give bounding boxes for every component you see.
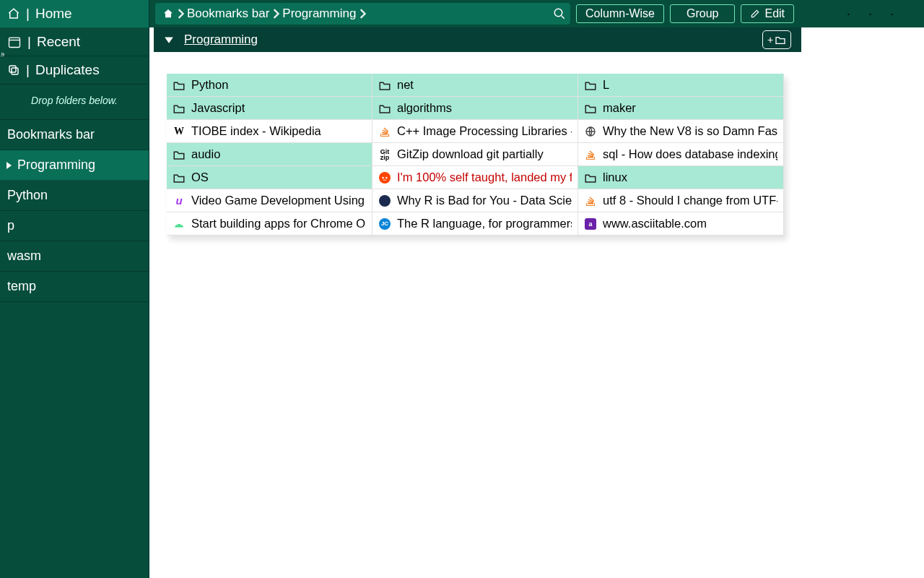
- bookmark-item[interactable]: Why the New V8 is so Damn Fast - No: [578, 120, 784, 143]
- svg-rect-2: [9, 66, 16, 72]
- breadcrumb-item[interactable]: Programming: [282, 7, 356, 21]
- breadcrumb-home-icon[interactable]: [162, 8, 174, 20]
- bookmark-item[interactable]: utf 8 - Should I change from UTF-8 to: [578, 189, 784, 212]
- bookmark-label: Why the New V8 is so Damn Fast - No: [603, 124, 777, 138]
- folder-icon: [173, 102, 186, 115]
- search-icon[interactable]: [553, 7, 566, 20]
- folder-item[interactable]: maker: [578, 97, 784, 120]
- tree-item-wasm[interactable]: wasm: [0, 241, 149, 272]
- folder-label: OS: [191, 171, 209, 184]
- section-title[interactable]: Programming: [184, 33, 258, 47]
- topbar: Bookmarks bar Programming Column-Wise Gr…: [149, 0, 924, 27]
- android-icon: [173, 217, 186, 230]
- folder-item[interactable]: audio: [167, 143, 372, 166]
- bookmark-item[interactable]: GitzipGitZip download git partially: [372, 143, 578, 166]
- bookmark-label: Start building apps for Chrome OS | A: [191, 217, 366, 230]
- copy-icon: [7, 64, 20, 77]
- sidebar-drop-hint: Drop folders below.: [0, 85, 149, 120]
- chevron-right-icon: [359, 9, 366, 19]
- group-button[interactable]: Group: [670, 4, 735, 23]
- jc-icon: JC: [378, 217, 391, 230]
- folder-label: net: [397, 78, 414, 92]
- svg-rect-1: [12, 68, 18, 74]
- bookmark-label: sql - How does database indexing work: [603, 147, 777, 161]
- sidebar-home[interactable]: | Home: [0, 0, 149, 28]
- sidebar-home-label: Home: [35, 6, 72, 22]
- home-icon: [7, 7, 20, 20]
- folder-icon: [584, 102, 597, 115]
- folder-icon: [378, 79, 391, 92]
- bookmark-item[interactable]: sql - How does database indexing work: [578, 143, 784, 166]
- folder-label: linux: [603, 171, 627, 184]
- plus-icon: +: [767, 34, 773, 46]
- folder-icon: [173, 79, 186, 92]
- edit-button[interactable]: Edit: [741, 4, 794, 23]
- bookmark-label: Video Game Development Using Unity: [191, 194, 366, 207]
- view-mode-button[interactable]: Column-Wise: [576, 4, 664, 23]
- folder-icon: [378, 102, 391, 115]
- bookmark-label: www.asciitable.com: [603, 217, 707, 230]
- tree-item-bookmarks-bar[interactable]: Bookmarks bar: [0, 120, 149, 150]
- more-menu-icon[interactable]: · · ·: [847, 7, 901, 22]
- bookmark-label: Why R is Bad for You - Data Science C: [397, 194, 572, 207]
- tree-item-python[interactable]: Python: [0, 181, 149, 211]
- chevron-right-icon: [272, 9, 279, 19]
- sidebar: | Home 19 | Recent | Duplicates Drop fol…: [0, 0, 149, 578]
- ascii-icon: a: [584, 217, 597, 230]
- folder-item[interactable]: algorithms: [372, 97, 578, 120]
- globe-icon: [584, 125, 597, 138]
- sidebar-duplicates[interactable]: | Duplicates: [0, 56, 149, 85]
- new-folder-button[interactable]: +: [762, 30, 791, 49]
- breadcrumb: Bookmarks bar Programming: [155, 3, 570, 25]
- dsc-icon: [378, 194, 391, 207]
- caret-down-icon[interactable]: [164, 35, 174, 44]
- section-header: Programming +: [154, 27, 801, 52]
- svg-point-7: [385, 176, 387, 178]
- bookmark-item[interactable]: Why R is Bad for You - Data Science C: [372, 189, 578, 212]
- stack-icon: [378, 125, 391, 138]
- svg-rect-0: [9, 38, 20, 47]
- tree-item-p[interactable]: p: [0, 211, 149, 241]
- bookmark-column: PythonJavascriptWTIOBE index - Wikipedia…: [167, 74, 372, 236]
- folder-icon: [173, 148, 186, 161]
- bookmark-item[interactable]: I'm 100% self taught, landed my first jo: [372, 166, 578, 189]
- folder-item[interactable]: L: [578, 74, 784, 97]
- svg-point-3: [554, 9, 562, 17]
- bookmark-item[interactable]: JCThe R language, for programmers: [372, 212, 578, 236]
- bookmark-item[interactable]: Start building apps for Chrome OS | A: [167, 212, 372, 236]
- folder-item[interactable]: net: [372, 74, 578, 97]
- bookmark-item[interactable]: awww.asciitable.com: [578, 212, 784, 236]
- breadcrumb-item[interactable]: Bookmarks bar: [187, 7, 269, 21]
- bookmark-columns: PythonJavascriptWTIOBE index - Wikipedia…: [167, 74, 784, 236]
- bookmark-item[interactable]: C++ Image Processing Libraries - Stack: [372, 120, 578, 143]
- bookmark-column: LmakerWhy the New V8 is so Damn Fast - N…: [578, 74, 784, 236]
- folder-icon: [584, 79, 597, 92]
- folder-item[interactable]: Javascript: [167, 97, 372, 120]
- pencil-icon: [750, 9, 760, 19]
- folder-icon: [584, 171, 597, 184]
- bookmark-label: I'm 100% self taught, landed my first jo: [397, 171, 572, 184]
- bookmark-column: netalgorithmsC++ Image Processing Librar…: [372, 74, 578, 236]
- caret-right-icon: [6, 161, 13, 170]
- sidebar-recent[interactable]: 19 | Recent: [0, 28, 149, 56]
- gitzip-icon: Gitzip: [378, 148, 391, 161]
- svg-point-4: [177, 224, 178, 225]
- bookmark-item[interactable]: WTIOBE index - Wikipedia: [167, 120, 372, 143]
- folder-item[interactable]: Python: [167, 74, 372, 97]
- bookmark-label: utf 8 - Should I change from UTF-8 to: [603, 194, 777, 207]
- folder-icon: [775, 35, 786, 45]
- bookmark-label: The R language, for programmers: [397, 217, 572, 230]
- bookmark-item[interactable]: uVideo Game Development Using Unity: [167, 189, 372, 212]
- reddit-icon: [378, 171, 391, 184]
- folder-label: audio: [191, 147, 220, 161]
- svg-point-6: [382, 176, 383, 178]
- chevron-right-icon: [177, 9, 184, 19]
- folder-item[interactable]: OS: [167, 166, 372, 189]
- tree-item-programming[interactable]: Programming: [0, 150, 149, 181]
- tree-item-temp[interactable]: temp: [0, 272, 149, 302]
- main: Bookmarks bar Programming Column-Wise Gr…: [149, 0, 924, 578]
- folder-label: Python: [191, 78, 228, 92]
- wiki-icon: W: [173, 125, 186, 138]
- folder-item[interactable]: linux: [578, 166, 784, 189]
- svg-point-5: [180, 224, 182, 225]
